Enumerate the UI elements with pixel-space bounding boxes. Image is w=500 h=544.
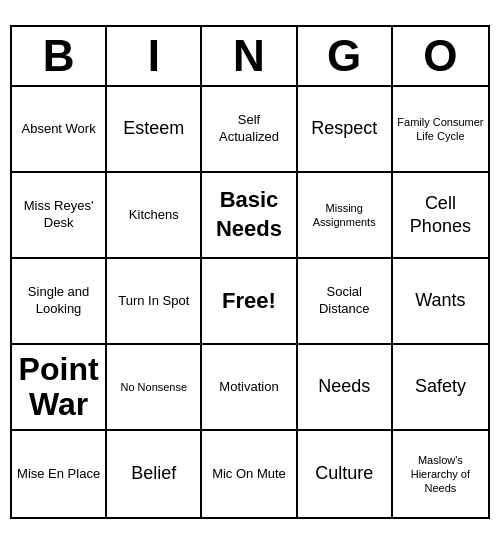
bingo-cell-text-5: Miss Reyes' Desk bbox=[16, 198, 101, 232]
bingo-cell-10: Single and Looking bbox=[12, 259, 107, 345]
bingo-cell-text-17: Motivation bbox=[219, 379, 278, 396]
bingo-cell-text-23: Culture bbox=[315, 462, 373, 485]
bingo-letter-i: I bbox=[107, 27, 202, 85]
bingo-cell-text-18: Needs bbox=[318, 375, 370, 398]
bingo-cell-text-2: Self Actualized bbox=[206, 112, 291, 146]
bingo-cell-3: Respect bbox=[298, 87, 393, 173]
bingo-letter-o: O bbox=[393, 27, 488, 85]
bingo-cell-8: Missing Assignments bbox=[298, 173, 393, 259]
bingo-cell-text-3: Respect bbox=[311, 117, 377, 140]
bingo-letter-g: G bbox=[298, 27, 393, 85]
bingo-cell-text-11: Turn In Spot bbox=[118, 293, 189, 310]
bingo-cell-text-6: Kitchens bbox=[129, 207, 179, 224]
bingo-cell-text-8: Missing Assignments bbox=[302, 201, 387, 230]
bingo-letter-n: N bbox=[202, 27, 297, 85]
bingo-cell-text-7: Basic Needs bbox=[206, 186, 291, 243]
bingo-cell-15: Point War bbox=[12, 345, 107, 431]
bingo-cell-text-13: Social Distance bbox=[302, 284, 387, 318]
bingo-cell-0: Absent Work bbox=[12, 87, 107, 173]
bingo-cell-11: Turn In Spot bbox=[107, 259, 202, 345]
bingo-cell-text-14: Wants bbox=[415, 289, 465, 312]
bingo-cell-text-21: Belief bbox=[131, 462, 176, 485]
bingo-header: BINGO bbox=[12, 27, 488, 87]
bingo-cell-text-9: Cell Phones bbox=[397, 192, 484, 239]
bingo-cell-18: Needs bbox=[298, 345, 393, 431]
bingo-cell-24: Maslow's Hierarchy of Needs bbox=[393, 431, 488, 517]
bingo-cell-17: Motivation bbox=[202, 345, 297, 431]
bingo-cell-text-24: Maslow's Hierarchy of Needs bbox=[397, 453, 484, 496]
bingo-grid: Absent WorkEsteemSelf ActualizedRespectF… bbox=[12, 87, 488, 517]
bingo-cell-text-0: Absent Work bbox=[22, 121, 96, 138]
bingo-cell-text-19: Safety bbox=[415, 375, 466, 398]
bingo-cell-22: Mic On Mute bbox=[202, 431, 297, 517]
bingo-cell-9: Cell Phones bbox=[393, 173, 488, 259]
bingo-cell-14: Wants bbox=[393, 259, 488, 345]
bingo-cell-21: Belief bbox=[107, 431, 202, 517]
bingo-cell-1: Esteem bbox=[107, 87, 202, 173]
bingo-cell-text-10: Single and Looking bbox=[16, 284, 101, 318]
bingo-cell-20: Mise En Place bbox=[12, 431, 107, 517]
bingo-cell-text-1: Esteem bbox=[123, 117, 184, 140]
bingo-cell-6: Kitchens bbox=[107, 173, 202, 259]
bingo-cell-text-4: Family Consumer Life Cycle bbox=[397, 115, 484, 144]
bingo-cell-16: No Nonsense bbox=[107, 345, 202, 431]
bingo-cell-text-12: Free! bbox=[222, 287, 276, 316]
bingo-letter-b: B bbox=[12, 27, 107, 85]
bingo-cell-23: Culture bbox=[298, 431, 393, 517]
bingo-cell-text-20: Mise En Place bbox=[17, 466, 100, 483]
bingo-cell-19: Safety bbox=[393, 345, 488, 431]
bingo-cell-7: Basic Needs bbox=[202, 173, 297, 259]
bingo-cell-text-15: Point War bbox=[16, 352, 101, 422]
bingo-cell-text-16: No Nonsense bbox=[120, 380, 187, 394]
bingo-cell-5: Miss Reyes' Desk bbox=[12, 173, 107, 259]
bingo-cell-13: Social Distance bbox=[298, 259, 393, 345]
bingo-cell-4: Family Consumer Life Cycle bbox=[393, 87, 488, 173]
bingo-cell-text-22: Mic On Mute bbox=[212, 466, 286, 483]
bingo-cell-2: Self Actualized bbox=[202, 87, 297, 173]
bingo-cell-12: Free! bbox=[202, 259, 297, 345]
bingo-card: BINGO Absent WorkEsteemSelf ActualizedRe… bbox=[10, 25, 490, 519]
